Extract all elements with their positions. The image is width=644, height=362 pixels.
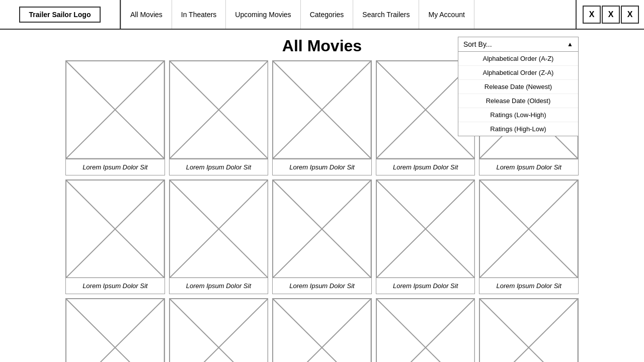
sort-option[interactable]: Alphabetical Order (A-Z) [458,52,578,66]
movie-label: Lorem Ipsum Dolor Sit [66,159,165,175]
svg-line-40 [376,299,475,362]
nav-link-all-movies[interactable]: All Movies [121,0,172,29]
movie-card[interactable] [169,298,269,362]
movie-thumbnail [273,61,371,159]
movie-label: Lorem Ipsum Dolor Sit [170,159,268,175]
movie-thumbnail [66,180,165,279]
svg-line-34 [170,299,268,362]
svg-line-35 [170,299,268,362]
movie-card[interactable]: Lorem Ipsum Dolor Sit [65,179,165,295]
movie-card[interactable] [479,298,579,362]
sort-container: Sort By... ▲ Alphabetical Order (A-Z)Alp… [458,37,579,136]
svg-line-38 [273,299,371,362]
svg-line-32 [66,299,165,362]
svg-line-31 [66,299,165,362]
movie-card[interactable] [376,298,475,362]
movie-thumbnail [479,180,578,279]
movie-thumbnail [273,180,371,279]
nav-link-search-trailers[interactable]: Search Trailers [353,0,419,29]
movie-card[interactable]: Lorem Ipsum Dolor Sit [169,60,269,175]
svg-rect-36 [273,299,371,362]
movie-card[interactable] [65,298,165,362]
movie-thumbnail [479,299,578,362]
nav-icon-0[interactable]: X [583,6,601,24]
movie-card[interactable]: Lorem Ipsum Dolor Sit [272,60,372,175]
movie-card[interactable]: Lorem Ipsum Dolor Sit [65,60,165,175]
sort-placeholder: Sort By... [463,40,492,48]
svg-rect-33 [170,299,268,362]
movie-card[interactable]: Lorem Ipsum Dolor Sit [376,179,475,295]
logo-text: Trailer Sailor Logo [29,11,91,19]
svg-line-43 [479,299,578,362]
nav-link-my-account[interactable]: My Account [419,0,474,29]
movie-thumbnail [66,299,165,362]
svg-line-41 [376,299,475,362]
nav-icons: XXX [577,0,644,29]
movie-label: Lorem Ipsum Dolor Sit [376,159,475,175]
logo[interactable]: Trailer Sailor Logo [19,7,101,23]
movie-card[interactable]: Lorem Ipsum Dolor Sit [479,179,579,295]
movie-card[interactable]: Lorem Ipsum Dolor Sit [169,179,269,295]
movie-thumbnail [376,180,475,279]
nav-link-upcoming-movies[interactable]: Upcoming Movies [226,0,300,29]
movie-thumbnail [170,299,268,362]
sort-option[interactable]: Release Date (Oldest) [458,94,578,108]
nav-icon-2[interactable]: X [621,6,639,24]
movie-label: Lorem Ipsum Dolor Sit [479,159,578,175]
sort-trigger[interactable]: Sort By... ▲ [458,37,579,52]
sort-arrow-icon: ▲ [567,41,573,48]
sort-option[interactable]: Ratings (Low-High) [458,108,578,122]
nav-link-categories[interactable]: Categories [301,0,354,29]
movie-thumbnail [170,61,268,159]
movie-label: Lorem Ipsum Dolor Sit [479,278,578,294]
main-content: All Movies Sort By... ▲ Alphabetical Ord… [0,30,644,362]
svg-line-37 [273,299,371,362]
movie-card[interactable]: Lorem Ipsum Dolor Sit [272,179,372,295]
sort-option[interactable]: Ratings (High-Low) [458,122,578,136]
sort-option[interactable]: Release Date (Newest) [458,80,578,94]
svg-line-44 [479,299,578,362]
svg-rect-39 [376,299,475,362]
nav-icon-1[interactable]: X [602,6,620,24]
movie-label: Lorem Ipsum Dolor Sit [273,159,371,175]
nav-links: All MoviesIn TheatersUpcoming MoviesCate… [121,0,577,29]
sort-option[interactable]: Alphabetical Order (Z-A) [458,66,578,80]
movie-label: Lorem Ipsum Dolor Sit [376,278,475,294]
movie-thumbnail [273,299,371,362]
movie-card[interactable] [272,298,372,362]
movie-thumbnail [376,299,475,362]
movie-label: Lorem Ipsum Dolor Sit [170,278,268,294]
nav-link-in-theaters[interactable]: In Theaters [172,0,226,29]
logo-container: Trailer Sailor Logo [0,0,121,29]
movie-label: Lorem Ipsum Dolor Sit [273,278,371,294]
movie-label: Lorem Ipsum Dolor Sit [66,278,165,294]
sort-dropdown: Alphabetical Order (A-Z)Alphabetical Ord… [458,52,579,136]
svg-rect-42 [479,299,578,362]
navbar: Trailer Sailor Logo All MoviesIn Theater… [0,0,644,30]
movie-thumbnail [170,180,268,279]
movie-thumbnail [66,61,165,159]
svg-rect-30 [66,299,165,362]
